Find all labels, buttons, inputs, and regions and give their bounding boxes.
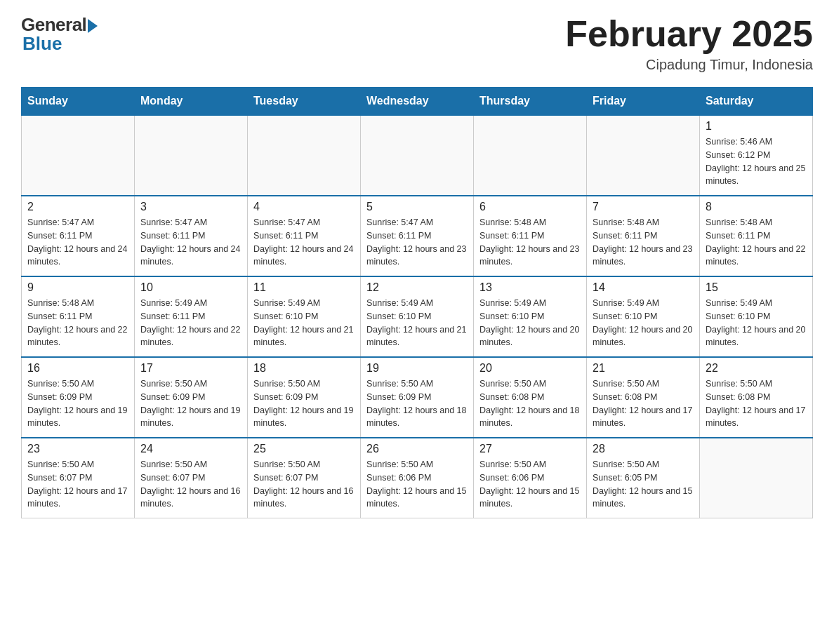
day-info: Sunrise: 5:50 AMSunset: 6:08 PMDaylight:…	[706, 377, 807, 430]
day-of-week-header: Wednesday	[361, 88, 474, 116]
calendar-day-cell	[587, 115, 700, 196]
calendar-week-row: 16Sunrise: 5:50 AMSunset: 6:09 PMDayligh…	[22, 357, 813, 438]
calendar-day-cell: 7Sunrise: 5:48 AMSunset: 6:11 PMDaylight…	[587, 196, 700, 276]
day-info: Sunrise: 5:50 AMSunset: 6:09 PMDaylight:…	[27, 377, 128, 430]
day-number: 1	[706, 120, 807, 133]
day-of-week-header: Saturday	[700, 88, 813, 116]
day-info: Sunrise: 5:50 AMSunset: 6:06 PMDaylight:…	[479, 458, 581, 511]
day-info: Sunrise: 5:46 AMSunset: 6:12 PMDaylight:…	[706, 135, 807, 188]
day-number: 10	[140, 281, 241, 294]
calendar-day-cell: 24Sunrise: 5:50 AMSunset: 6:07 PMDayligh…	[135, 438, 248, 518]
day-info: Sunrise: 5:50 AMSunset: 6:07 PMDaylight:…	[27, 458, 128, 511]
calendar-day-cell	[248, 115, 361, 196]
day-number: 19	[366, 362, 468, 375]
calendar-day-cell: 10Sunrise: 5:49 AMSunset: 6:11 PMDayligh…	[135, 276, 248, 357]
day-number: 13	[479, 281, 581, 294]
calendar-day-cell: 8Sunrise: 5:48 AMSunset: 6:11 PMDaylight…	[700, 196, 813, 276]
calendar-day-cell	[700, 438, 813, 518]
day-info: Sunrise: 5:48 AMSunset: 6:11 PMDaylight:…	[27, 297, 128, 349]
calendar-day-cell: 15Sunrise: 5:49 AMSunset: 6:10 PMDayligh…	[700, 276, 813, 357]
day-info: Sunrise: 5:50 AMSunset: 6:06 PMDaylight:…	[366, 458, 468, 511]
day-number: 4	[253, 201, 355, 213]
day-number: 17	[140, 362, 241, 375]
calendar-day-cell	[22, 115, 135, 196]
location-text: Cipadung Timur, Indonesia	[565, 57, 813, 73]
day-info: Sunrise: 5:50 AMSunset: 6:09 PMDaylight:…	[366, 377, 468, 430]
day-of-week-header: Tuesday	[248, 88, 361, 116]
day-info: Sunrise: 5:49 AMSunset: 6:10 PMDaylight:…	[253, 297, 355, 349]
day-number: 8	[706, 201, 807, 213]
day-info: Sunrise: 5:49 AMSunset: 6:10 PMDaylight:…	[366, 297, 468, 349]
day-number: 27	[479, 443, 581, 455]
calendar-day-cell: 17Sunrise: 5:50 AMSunset: 6:09 PMDayligh…	[135, 357, 248, 438]
logo-blue-text: Blue	[22, 33, 62, 55]
day-info: Sunrise: 5:50 AMSunset: 6:09 PMDaylight:…	[140, 377, 241, 430]
calendar-day-cell: 14Sunrise: 5:49 AMSunset: 6:10 PMDayligh…	[587, 276, 700, 357]
day-number: 25	[253, 443, 355, 455]
calendar-day-cell: 25Sunrise: 5:50 AMSunset: 6:07 PMDayligh…	[248, 438, 361, 518]
day-of-week-header: Sunday	[22, 88, 135, 116]
day-info: Sunrise: 5:48 AMSunset: 6:11 PMDaylight:…	[706, 216, 807, 269]
day-of-week-header: Thursday	[474, 88, 587, 116]
calendar-day-cell: 19Sunrise: 5:50 AMSunset: 6:09 PMDayligh…	[361, 357, 474, 438]
day-number: 20	[479, 362, 581, 375]
page-header: General Blue February 2025 Cipadung Timu…	[21, 14, 813, 73]
logo: General Blue	[21, 14, 98, 55]
calendar-day-cell: 6Sunrise: 5:48 AMSunset: 6:11 PMDaylight…	[474, 196, 587, 276]
calendar-day-cell: 22Sunrise: 5:50 AMSunset: 6:08 PMDayligh…	[700, 357, 813, 438]
day-number: 15	[706, 281, 807, 294]
calendar-day-cell: 23Sunrise: 5:50 AMSunset: 6:07 PMDayligh…	[22, 438, 135, 518]
day-number: 26	[366, 443, 468, 455]
calendar-day-cell	[135, 115, 248, 196]
calendar-day-cell: 16Sunrise: 5:50 AMSunset: 6:09 PMDayligh…	[22, 357, 135, 438]
day-number: 14	[593, 281, 694, 294]
day-number: 5	[366, 201, 468, 213]
calendar-week-row: 2Sunrise: 5:47 AMSunset: 6:11 PMDaylight…	[22, 196, 813, 276]
day-number: 16	[27, 362, 128, 375]
calendar-day-cell: 12Sunrise: 5:49 AMSunset: 6:10 PMDayligh…	[361, 276, 474, 357]
day-info: Sunrise: 5:48 AMSunset: 6:11 PMDaylight:…	[479, 216, 581, 269]
day-info: Sunrise: 5:50 AMSunset: 6:07 PMDaylight:…	[253, 458, 355, 511]
day-number: 21	[593, 362, 694, 375]
calendar-day-cell: 26Sunrise: 5:50 AMSunset: 6:06 PMDayligh…	[361, 438, 474, 518]
calendar-body: 1Sunrise: 5:46 AMSunset: 6:12 PMDaylight…	[22, 115, 813, 518]
days-of-week-row: SundayMondayTuesdayWednesdayThursdayFrid…	[22, 88, 813, 116]
day-number: 9	[27, 281, 128, 294]
day-info: Sunrise: 5:50 AMSunset: 6:08 PMDaylight:…	[593, 377, 694, 430]
calendar-day-cell: 9Sunrise: 5:48 AMSunset: 6:11 PMDaylight…	[22, 276, 135, 357]
day-info: Sunrise: 5:47 AMSunset: 6:11 PMDaylight:…	[27, 216, 128, 269]
day-number: 22	[706, 362, 807, 375]
calendar-week-row: 1Sunrise: 5:46 AMSunset: 6:12 PMDaylight…	[22, 115, 813, 196]
day-number: 18	[253, 362, 355, 375]
day-info: Sunrise: 5:50 AMSunset: 6:09 PMDaylight:…	[253, 377, 355, 430]
day-info: Sunrise: 5:49 AMSunset: 6:10 PMDaylight:…	[706, 297, 807, 349]
day-number: 28	[593, 443, 694, 455]
day-of-week-header: Friday	[587, 88, 700, 116]
calendar-day-cell: 11Sunrise: 5:49 AMSunset: 6:10 PMDayligh…	[248, 276, 361, 357]
title-section: February 2025 Cipadung Timur, Indonesia	[565, 14, 813, 73]
day-number: 11	[253, 281, 355, 294]
calendar-header: SundayMondayTuesdayWednesdayThursdayFrid…	[22, 88, 813, 116]
calendar-day-cell: 5Sunrise: 5:47 AMSunset: 6:11 PMDaylight…	[361, 196, 474, 276]
calendar-table: SundayMondayTuesdayWednesdayThursdayFrid…	[21, 87, 813, 518]
calendar-day-cell	[474, 115, 587, 196]
day-info: Sunrise: 5:50 AMSunset: 6:08 PMDaylight:…	[479, 377, 581, 430]
day-info: Sunrise: 5:47 AMSunset: 6:11 PMDaylight:…	[140, 216, 241, 269]
calendar-day-cell: 18Sunrise: 5:50 AMSunset: 6:09 PMDayligh…	[248, 357, 361, 438]
day-number: 2	[27, 201, 128, 213]
day-number: 12	[366, 281, 468, 294]
calendar-day-cell: 3Sunrise: 5:47 AMSunset: 6:11 PMDaylight…	[135, 196, 248, 276]
day-info: Sunrise: 5:49 AMSunset: 6:10 PMDaylight:…	[479, 297, 581, 349]
day-info: Sunrise: 5:47 AMSunset: 6:11 PMDaylight:…	[253, 216, 355, 269]
day-number: 3	[140, 201, 241, 213]
logo-arrow-icon	[88, 19, 98, 33]
month-title: February 2025	[565, 14, 813, 54]
day-number: 6	[479, 201, 581, 213]
day-info: Sunrise: 5:50 AMSunset: 6:05 PMDaylight:…	[593, 458, 694, 511]
day-info: Sunrise: 5:48 AMSunset: 6:11 PMDaylight:…	[593, 216, 694, 269]
calendar-day-cell: 20Sunrise: 5:50 AMSunset: 6:08 PMDayligh…	[474, 357, 587, 438]
day-info: Sunrise: 5:49 AMSunset: 6:11 PMDaylight:…	[140, 297, 241, 349]
calendar-day-cell: 27Sunrise: 5:50 AMSunset: 6:06 PMDayligh…	[474, 438, 587, 518]
calendar-day-cell: 28Sunrise: 5:50 AMSunset: 6:05 PMDayligh…	[587, 438, 700, 518]
day-of-week-header: Monday	[135, 88, 248, 116]
